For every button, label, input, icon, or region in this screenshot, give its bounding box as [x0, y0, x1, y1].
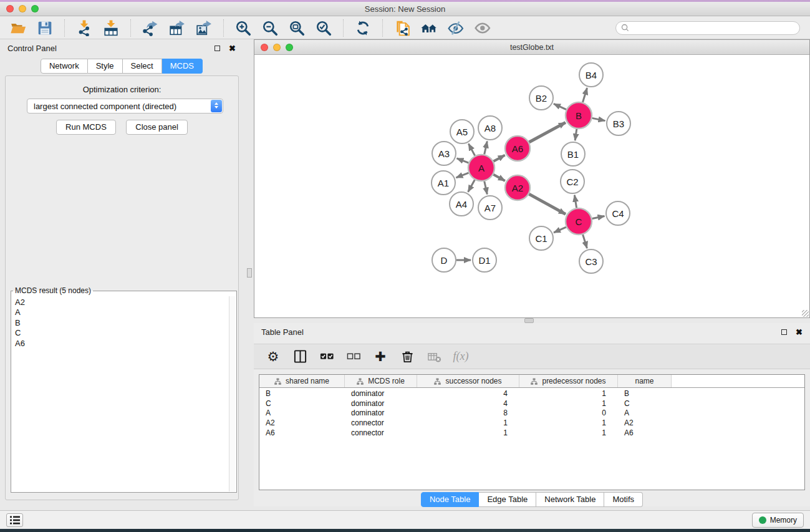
column-header-MCDS-role[interactable]: MCDS role	[345, 375, 417, 387]
graph-node-A7[interactable]: A7	[478, 196, 502, 220]
tab-select[interactable]: Select	[123, 59, 162, 74]
mcds-result-item[interactable]: A2	[14, 297, 227, 307]
graph-node-D[interactable]: D	[432, 248, 456, 272]
graph-edge-A-A5[interactable]	[468, 143, 475, 155]
graph-node-D1[interactable]: D1	[473, 248, 496, 272]
import-table-button[interactable]	[100, 18, 122, 38]
hide-selected-button[interactable]	[445, 18, 466, 38]
table-tab-edge-table[interactable]: Edge Table	[479, 492, 536, 507]
export-table-button[interactable]	[166, 18, 188, 38]
graph-node-B3[interactable]: B3	[607, 112, 630, 135]
save-session-button[interactable]	[34, 18, 55, 38]
graph-edge-A6-B[interactable]	[529, 122, 565, 142]
graph-edge-A-A1[interactable]	[456, 173, 468, 178]
graph-node-A3[interactable]: A3	[432, 142, 456, 165]
export-network-button[interactable]	[140, 18, 161, 38]
create-column-button[interactable]: ✚	[371, 347, 390, 366]
graph-node-C3[interactable]: C3	[579, 249, 603, 273]
mcds-result-item[interactable]: B	[14, 318, 227, 328]
close-traffic-light[interactable]	[261, 44, 268, 51]
minimize-traffic-light[interactable]	[19, 5, 26, 12]
graph-node-A5[interactable]: A5	[450, 120, 474, 143]
graph-edge-C-C4[interactable]	[592, 216, 605, 218]
graph-node-B4[interactable]: B4	[579, 63, 603, 87]
column-header-name[interactable]: name	[618, 375, 672, 387]
vertical-splitter-handle[interactable]	[247, 268, 252, 278]
network-canvas[interactable]: B4B2BB3A8A5A6B1A3AC2A1A2A4A7C4CC1C3DD1	[254, 55, 809, 317]
new-network-from-selection-button[interactable]	[392, 18, 413, 38]
graph-node-B2[interactable]: B2	[529, 86, 553, 110]
refresh-button[interactable]	[352, 18, 374, 38]
zoom-traffic-light[interactable]	[286, 44, 293, 51]
tab-network[interactable]: Network	[41, 59, 88, 74]
table-tab-network-table[interactable]: Network Table	[536, 492, 604, 507]
tab-style[interactable]: Style	[88, 59, 123, 74]
graph-node-A[interactable]: A	[468, 155, 494, 181]
select-all-button[interactable]	[317, 347, 336, 366]
column-header-successor-nodes[interactable]: successor nodes	[417, 375, 519, 387]
graph-node-B[interactable]: B	[566, 102, 592, 128]
mcds-result-item[interactable]: C	[14, 328, 227, 338]
table-tab-node-table[interactable]: Node Table	[421, 492, 480, 507]
graph-edge-B-B2[interactable]	[554, 104, 566, 109]
search-box[interactable]	[615, 21, 800, 35]
task-history-button[interactable]	[6, 513, 23, 527]
graph-node-C[interactable]: C	[566, 208, 592, 235]
table-row[interactable]: Bdominator41B	[259, 389, 804, 399]
graph-edge-A-A6[interactable]	[493, 155, 504, 162]
optimization-select[interactable]: largest connected component (directed)	[27, 99, 223, 114]
memory-button[interactable]: Memory	[752, 513, 804, 528]
export-image-button[interactable]	[193, 18, 215, 38]
deselect-all-button[interactable]	[344, 347, 363, 366]
show-all-button[interactable]	[472, 18, 493, 38]
zoom-traffic-light[interactable]	[31, 5, 39, 12]
function-builder-button[interactable]: f(x)	[451, 347, 470, 366]
table-settings-button[interactable]: ⚙	[264, 347, 282, 366]
close-panel-button[interactable]: Close panel	[126, 120, 188, 135]
zoom-fit-button[interactable]	[286, 18, 307, 38]
horizontal-splitter-handle[interactable]	[524, 318, 534, 323]
close-table-panel-icon[interactable]: ✖	[796, 328, 803, 336]
zoom-out-button[interactable]	[259, 18, 281, 38]
column-header-shared-name[interactable]: shared name	[259, 375, 345, 387]
table-row[interactable]: Cdominator41C	[259, 399, 804, 409]
graph-edge-B-B1[interactable]	[575, 129, 577, 140]
graph-edge-C-C2[interactable]	[574, 195, 576, 208]
column-header-predecessor-nodes[interactable]: predecessor nodes	[519, 375, 618, 387]
minimize-traffic-light[interactable]	[273, 44, 281, 51]
graph-edge-C-C3[interactable]	[583, 235, 587, 248]
table-row[interactable]: A6connector11A6	[259, 428, 804, 438]
zoom-selected-button[interactable]	[313, 18, 334, 38]
close-traffic-light[interactable]	[6, 5, 14, 12]
graph-node-B1[interactable]: B1	[561, 142, 585, 166]
first-neighbors-button[interactable]	[418, 18, 440, 38]
mcds-result-item[interactable]: A6	[14, 339, 227, 349]
graph-node-C2[interactable]: C2	[561, 170, 584, 193]
graph-node-A2[interactable]: A2	[505, 175, 530, 200]
zoom-in-button[interactable]	[233, 18, 254, 38]
graph-edge-A-A4[interactable]	[468, 180, 475, 191]
window-resize-grip[interactable]	[802, 310, 809, 317]
import-network-button[interactable]	[74, 18, 95, 38]
tab-mcds[interactable]: MCDS	[162, 59, 203, 74]
table-row[interactable]: A2connector11A2	[259, 418, 804, 428]
table-tab-motifs[interactable]: Motifs	[604, 492, 643, 507]
close-panel-icon[interactable]: ✖	[229, 44, 236, 52]
mcds-result-item[interactable]: A	[14, 307, 227, 317]
run-mcds-button[interactable]: Run MCDS	[56, 120, 116, 135]
graph-node-A1[interactable]: A1	[432, 171, 455, 195]
graph-node-A6[interactable]: A6	[505, 136, 530, 161]
show-columns-button[interactable]	[291, 347, 309, 366]
graph-edge-A-A8[interactable]	[485, 141, 488, 154]
graph-edge-B-B4[interactable]	[582, 88, 587, 102]
search-input[interactable]	[629, 24, 794, 32]
result-scrollbar[interactable]	[229, 296, 236, 491]
open-file-button[interactable]	[7, 18, 29, 38]
graph-edge-B-B3[interactable]	[592, 118, 605, 120]
float-table-panel-icon[interactable]	[781, 329, 787, 335]
float-panel-icon[interactable]	[215, 46, 220, 51]
table-row[interactable]: Adominator80A	[259, 409, 804, 418]
graph-edge-A-A7[interactable]	[485, 181, 488, 194]
graph-node-A4[interactable]: A4	[450, 192, 473, 216]
delete-column-button[interactable]	[398, 347, 417, 366]
